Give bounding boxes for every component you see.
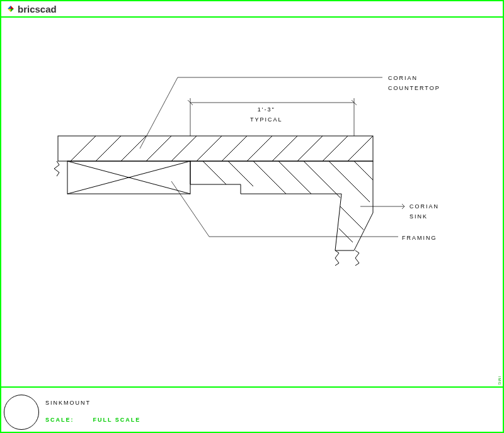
scale-value: FULL SCALE xyxy=(93,417,141,423)
svg-line-21 xyxy=(348,136,373,161)
scale-row: SCALE: FULL SCALE xyxy=(45,417,140,423)
label-countertop: CORIAN COUNTERTOP xyxy=(388,73,440,93)
drawing-title: SINKMOUNT xyxy=(45,400,140,406)
svg-marker-2 xyxy=(11,9,14,12)
svg-line-30 xyxy=(329,161,370,202)
svg-line-11 xyxy=(96,136,121,161)
svg-line-18 xyxy=(272,136,297,161)
svg-line-26 xyxy=(228,161,253,186)
app-frame: bricscad xyxy=(0,0,504,433)
svg-line-15 xyxy=(197,136,222,161)
label-countertop-l2: COUNTERTOP xyxy=(388,83,440,93)
drawing-canvas[interactable]: CORIAN COUNTERTOP 1'-3" TYPICAL CORIAN S… xyxy=(1,18,503,386)
side-text: IMG xyxy=(498,376,501,385)
label-framing: FRAMING xyxy=(402,233,437,243)
label-sink: CORIAN SINK xyxy=(410,201,439,222)
svg-line-32 xyxy=(340,206,364,230)
svg-line-31 xyxy=(354,161,373,180)
drawing-symbol-circle xyxy=(4,395,39,430)
svg-line-12 xyxy=(121,136,146,161)
scale-label: SCALE: xyxy=(45,417,74,423)
bricscad-icon xyxy=(6,4,15,13)
svg-line-10 xyxy=(71,136,96,161)
svg-line-16 xyxy=(222,136,247,161)
titlebar: bricscad xyxy=(1,1,503,18)
svg-line-28 xyxy=(278,161,311,194)
label-sink-l2: SINK xyxy=(410,211,439,222)
svg-marker-1 xyxy=(11,6,14,9)
logo: bricscad xyxy=(6,4,57,14)
bottom-texts: SINKMOUNT SCALE: FULL SCALE xyxy=(45,388,140,432)
bottom-bar: SINKMOUNT SCALE: FULL SCALE xyxy=(1,386,503,432)
brand-text: bricscad xyxy=(18,4,57,14)
svg-line-13 xyxy=(146,136,171,161)
svg-marker-0 xyxy=(8,6,11,9)
dimension-text: 1'-3" TYPICAL xyxy=(250,104,283,125)
svg-line-17 xyxy=(247,136,272,161)
svg-marker-3 xyxy=(8,9,11,12)
svg-line-19 xyxy=(297,136,323,161)
svg-line-25 xyxy=(203,161,226,184)
svg-line-20 xyxy=(323,136,348,161)
svg-line-33 xyxy=(339,228,353,242)
label-countertop-l1: CORIAN xyxy=(388,73,440,83)
svg-line-14 xyxy=(171,136,197,161)
svg-line-27 xyxy=(253,161,286,194)
dim-value: 1'-3" xyxy=(250,104,283,115)
dim-typical: TYPICAL xyxy=(250,115,283,125)
svg-rect-9 xyxy=(58,136,373,161)
label-sink-l1: CORIAN xyxy=(410,201,439,211)
